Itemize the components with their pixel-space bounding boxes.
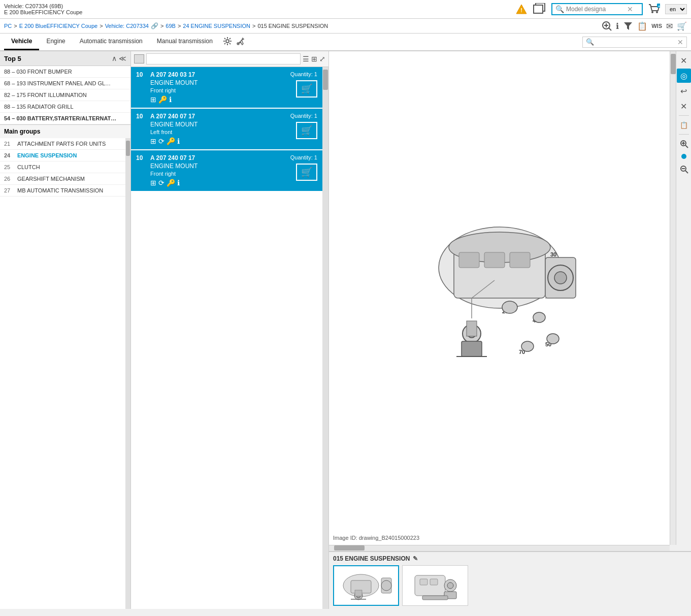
add-to-cart-btn-2[interactable]: 🛒: [296, 122, 317, 139]
search-clear-icon[interactable]: ✕: [627, 5, 633, 13]
model-search-input[interactable]: [566, 6, 627, 13]
part-position-1: Front right: [150, 87, 286, 93]
list-view-btn[interactable]: ☰: [303, 55, 309, 63]
center-toolbar: ☰ ⊞ ⤢: [131, 51, 328, 67]
sidebar-scroll-thumb[interactable]: [126, 141, 130, 156]
part-info-btn-2[interactable]: ℹ: [177, 137, 180, 145]
lang-select[interactable]: en: [665, 4, 687, 14]
top5-item[interactable]: 54 – 030 BATTERY,STARTER/ALTERNAT…: [0, 113, 130, 124]
breadcrumb-pc[interactable]: PC: [4, 23, 12, 29]
image-vscroll-thumb[interactable]: [671, 54, 676, 74]
model-search-box[interactable]: 🔍 ✕: [551, 3, 643, 15]
search-icon: 🔍: [555, 5, 564, 13]
zoom-in-rt-btn[interactable]: [677, 137, 691, 151]
copy-btn[interactable]: [532, 2, 547, 16]
grid-view-btn[interactable]: ⊞: [311, 55, 317, 63]
top5-controls: ∧ ≪: [112, 54, 126, 62]
wrench-icon: [236, 37, 245, 46]
filter-bc-btn[interactable]: [623, 21, 633, 31]
part-info-btn-1[interactable]: ℹ: [169, 95, 172, 104]
svg-marker-12: [624, 22, 632, 30]
top5-expand-btn[interactable]: ≪: [119, 54, 126, 62]
sidebar-scrollbar[interactable]: [125, 138, 130, 609]
group-item-24[interactable]: 24 ENGINE SUSPENSION: [0, 150, 125, 161]
header-vehicle-info: Vehicle: C207334 (69B) E 200 BlueEFFICIE…: [4, 3, 82, 15]
vehicle-link-icon[interactable]: 🔗: [151, 22, 158, 29]
warning-btn[interactable]: !: [515, 3, 528, 15]
breadcrumb: PC > E 200 BlueEFFICIENCY Coupe > Vehicl…: [0, 19, 691, 34]
header: Vehicle: C207334 (69B) E 200 BlueEFFICIE…: [0, 0, 691, 19]
top5-item[interactable]: 82 – 175 FRONT ILLUMINATION: [0, 89, 130, 101]
svg-rect-20: [510, 252, 530, 268]
copy-image-btn[interactable]: 📋: [677, 118, 691, 132]
wrench-tab-icon[interactable]: [235, 36, 246, 49]
part-grid-btn-2[interactable]: ⊞: [150, 137, 156, 145]
part-info-btn-3[interactable]: ℹ: [177, 179, 180, 187]
engine-diagram: 10 30 20 40 70 50: [378, 197, 621, 400]
zoom-in-bc-btn[interactable]: [602, 21, 612, 31]
group-item-27[interactable]: 27 MB AUTOMATIC TRANSMISSION: [0, 185, 125, 197]
add-to-cart-btn-1[interactable]: 🛒: [296, 80, 317, 98]
part-refresh-btn-2[interactable]: ⟳: [158, 137, 164, 145]
part-key-btn-2[interactable]: 🔑: [167, 137, 175, 145]
mail-bc-btn[interactable]: ✉: [666, 21, 673, 31]
image-vscrollbar[interactable]: [670, 51, 676, 545]
svg-rect-58: [420, 579, 427, 585]
part-key-btn-1[interactable]: 🔑: [158, 95, 167, 104]
thumbnail-1[interactable]: [333, 565, 399, 606]
clear-right-btn[interactable]: ✕: [677, 99, 691, 113]
edit-icon[interactable]: ✎: [413, 555, 418, 562]
breadcrumb-actions: ℹ 📋 WIS ✉ 🛒: [602, 21, 687, 31]
wis-bc-btn[interactable]: WIS: [651, 23, 662, 29]
doc-bc-btn[interactable]: 📋: [637, 21, 647, 31]
top5-item[interactable]: 88 – 030 FRONT BUMPER: [0, 66, 130, 78]
center-toggle-btn[interactable]: [134, 54, 144, 63]
svg-point-4: [651, 11, 653, 13]
part-grid-btn-3[interactable]: ⊞: [150, 179, 156, 187]
tab-search-clear[interactable]: ✕: [677, 38, 683, 46]
info-bc-btn[interactable]: ℹ: [616, 21, 619, 31]
sidebar: Top 5 ∧ ≪ 88 – 030 FRONT BUMPER 68 – 193…: [0, 51, 131, 609]
part-grid-btn-1[interactable]: ⊞: [150, 95, 156, 104]
part-pos-2: 10: [136, 113, 146, 120]
close-right-btn[interactable]: ✕: [677, 53, 691, 68]
group-item-26[interactable]: 26 GEARSHIFT MECHANISM: [0, 173, 125, 185]
zoom-out-rt-btn[interactable]: [677, 162, 691, 176]
breadcrumb-model[interactable]: E 200 BlueEFFICIENCY Coupe: [19, 23, 97, 29]
tab-engine[interactable]: Engine: [39, 34, 72, 50]
thumbnail-1-img: [336, 568, 397, 603]
tab-automatic[interactable]: Automatic transmission: [73, 34, 150, 50]
tab-search-input[interactable]: [596, 39, 677, 46]
breadcrumb-engine-susp[interactable]: 24 ENGINE SUSPENSION: [183, 23, 250, 29]
settings-tab-icon[interactable]: [222, 36, 233, 49]
thumbnail-2[interactable]: [402, 565, 468, 606]
back-right-btn[interactable]: ↩: [677, 84, 691, 98]
cart-btn[interactable]: +: [647, 3, 661, 16]
parts-scrollbar[interactable]: [322, 67, 328, 609]
group-item-25[interactable]: 25 CLUTCH: [0, 161, 125, 173]
group-item-21[interactable]: 21 ATTACHMENT PARTS FOR UNITS: [0, 138, 125, 150]
cart-bc-btn[interactable]: 🛒: [677, 21, 687, 31]
target-right-btn[interactable]: ◎: [677, 69, 691, 83]
expand-btn[interactable]: ⤢: [319, 55, 325, 63]
image-hscrollbar[interactable]: [329, 545, 670, 551]
breadcrumb-69b[interactable]: 69B: [166, 23, 176, 29]
part-pos-1: 10: [136, 71, 146, 78]
parts-scroll-thumb[interactable]: [323, 70, 328, 90]
part-name-1: ENGINE MOUNT: [150, 79, 286, 86]
center-panel: ☰ ⊞ ⤢ 10 A 207 240 03 17 ENGINE MOUNT Fr…: [131, 51, 329, 609]
right-toolbar: ✕ ◎ ↩ ✕ 📋: [676, 51, 691, 545]
tab-manual[interactable]: Manual transmission: [150, 34, 220, 50]
top5-item[interactable]: 88 – 135 RADIATOR GRILL: [0, 101, 130, 113]
tab-search-box[interactable]: 🔍 ✕: [582, 37, 687, 48]
breadcrumb-vehicle[interactable]: Vehicle: C207334: [105, 23, 149, 29]
add-to-cart-btn-3[interactable]: 🛒: [296, 164, 317, 181]
tab-bar: Vehicle Engine Automatic transmission Ma…: [0, 34, 691, 51]
image-hscroll-thumb[interactable]: [334, 545, 365, 550]
center-search-input[interactable]: [146, 53, 301, 64]
part-refresh-btn-3[interactable]: ⟳: [158, 179, 164, 187]
part-key-btn-3[interactable]: 🔑: [167, 179, 175, 187]
top5-item[interactable]: 68 – 193 INSTRUMENT PANEL AND GL…: [0, 78, 130, 89]
top5-collapse-btn[interactable]: ∧: [112, 54, 117, 62]
tab-vehicle[interactable]: Vehicle: [4, 34, 39, 50]
